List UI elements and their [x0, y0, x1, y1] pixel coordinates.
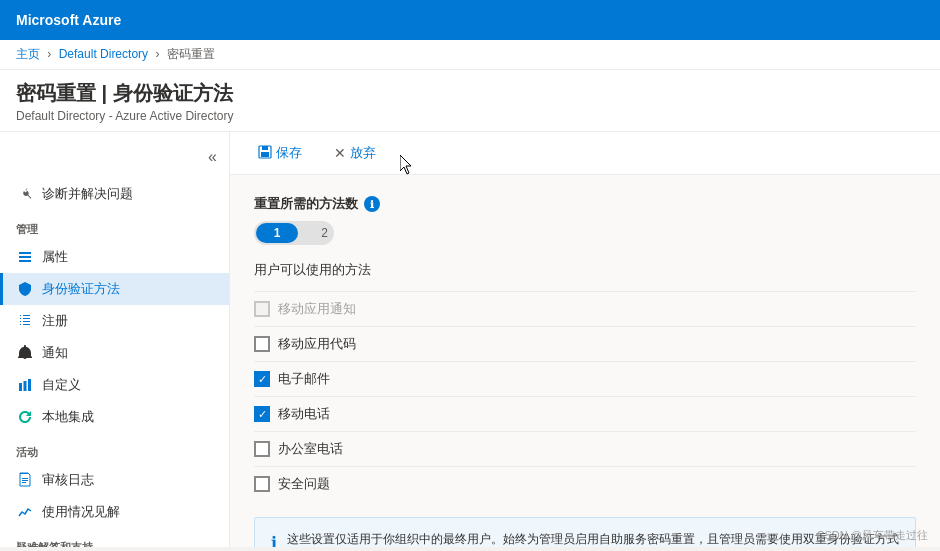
breadcrumb-home[interactable]: 主页 — [16, 47, 40, 61]
checkbox-mobile-app-notify: 移动应用通知 — [254, 291, 916, 326]
bars-icon — [16, 248, 34, 266]
manage-section-title: 管理 — [0, 210, 229, 241]
security-questions-label: 安全问题 — [278, 475, 330, 493]
activity-section-title: 活动 — [0, 433, 229, 464]
sidebar-item-notifications[interactable]: 通知 — [0, 337, 229, 369]
checkbox-mobile-app-notify-input[interactable] — [254, 301, 270, 317]
toggle-switch[interactable]: 1 2 — [254, 221, 334, 245]
wrench-icon — [16, 185, 34, 203]
watermark: CSDN @风车带走过往 — [817, 528, 928, 543]
save-icon — [258, 145, 272, 162]
breadcrumb: 主页 › Default Directory › 密码重置 — [0, 40, 940, 70]
support-section-title: 疑难解答和支持 — [0, 528, 229, 547]
diagnose-label: 诊断并解决问题 — [42, 185, 133, 203]
page-header: 密码重置 | 身份验证方法 Default Directory - Azure … — [0, 70, 940, 132]
app-title: Microsoft Azure — [16, 12, 121, 28]
checkbox-email: ✓ 电子邮件 — [254, 361, 916, 396]
page-subtitle: Default Directory - Azure Active Directo… — [16, 109, 924, 123]
registration-label: 注册 — [42, 312, 68, 330]
doc-icon — [16, 471, 34, 489]
notifications-label: 通知 — [42, 344, 68, 362]
toggle-row: 1 2 — [254, 221, 916, 245]
auth-methods-label: 身份验证方法 — [42, 280, 120, 298]
checkbox-mobile-phone-input[interactable]: ✓ — [254, 406, 270, 422]
checkbox-mobile-app-code-input[interactable] — [254, 336, 270, 352]
breadcrumb-current: 密码重置 — [167, 47, 215, 61]
discard-button[interactable]: ✕ 放弃 — [326, 140, 384, 166]
breadcrumb-directory[interactable]: Default Directory — [59, 47, 148, 61]
svg-rect-3 — [19, 383, 22, 391]
checkbox-mobile-app-code: 移动应用代码 — [254, 326, 916, 361]
sidebar: « 诊断并解决问题 管理 属性 — [0, 132, 230, 547]
checkbox-security-questions-input[interactable] — [254, 476, 270, 492]
discard-label: 放弃 — [350, 144, 376, 162]
mobile-app-code-label: 移动应用代码 — [278, 335, 356, 353]
main-layout: « 诊断并解决问题 管理 属性 — [0, 132, 940, 547]
sidebar-item-auth-methods[interactable]: 身份验证方法 — [0, 273, 229, 305]
info-banner-text: 这些设置仅适用于你组织中的最终用户。始终为管理员启用自助服务密码重置，且管理员需… — [287, 530, 899, 547]
svg-rect-4 — [24, 381, 27, 391]
checkbox-office-phone-input[interactable] — [254, 441, 270, 457]
sidebar-item-customize[interactable]: 自定义 — [0, 369, 229, 401]
svg-rect-9 — [22, 482, 26, 483]
shield-icon — [16, 280, 34, 298]
customize-label: 自定义 — [42, 376, 81, 394]
sidebar-item-usage[interactable]: 使用情况见解 — [0, 496, 229, 528]
checkbox-office-phone: 办公室电话 — [254, 431, 916, 466]
page-title: 密码重置 | 身份验证方法 — [16, 80, 924, 107]
top-bar: Microsoft Azure — [0, 0, 940, 40]
bell-icon — [16, 344, 34, 362]
user-methods-label: 用户可以使用的方法 — [254, 261, 916, 279]
mobile-app-notify-label: 移动应用通知 — [278, 300, 356, 318]
email-label: 电子邮件 — [278, 370, 330, 388]
sidebar-item-integration[interactable]: 本地集成 — [0, 401, 229, 433]
chart-icon — [16, 376, 34, 394]
methods-count-label: 重置所需的方法数 — [254, 195, 358, 213]
svg-rect-5 — [28, 379, 31, 391]
methods-count-info-icon[interactable]: ℹ — [364, 196, 380, 212]
sidebar-item-properties[interactable]: 属性 — [0, 241, 229, 273]
usage-chart-icon — [16, 503, 34, 521]
info-banner-icon: ℹ — [271, 531, 277, 547]
svg-rect-2 — [19, 260, 31, 262]
sidebar-item-audit-log[interactable]: 审核日志 — [0, 464, 229, 496]
mobile-phone-label: 移动电话 — [278, 405, 330, 423]
sync-icon — [16, 408, 34, 426]
collapse-button[interactable]: « — [204, 144, 221, 170]
sidebar-collapse: « — [0, 140, 229, 178]
svg-rect-13 — [261, 152, 269, 157]
toggle-thumb-1: 1 — [256, 223, 298, 243]
checkbox-security-questions: 安全问题 — [254, 466, 916, 501]
toolbar: 保存 ✕ 放弃 — [230, 132, 940, 175]
save-label: 保存 — [276, 144, 302, 162]
checkbox-email-input[interactable]: ✓ — [254, 371, 270, 387]
checkbox-mobile-phone: ✓ 移动电话 — [254, 396, 916, 431]
svg-rect-12 — [262, 146, 268, 150]
svg-rect-7 — [22, 478, 28, 479]
properties-label: 属性 — [42, 248, 68, 266]
svg-rect-1 — [19, 256, 31, 258]
close-icon: ✕ — [334, 145, 346, 161]
svg-rect-8 — [22, 480, 28, 481]
integration-label: 本地集成 — [42, 408, 94, 426]
list-icon — [16, 312, 34, 330]
toggle-label-2: 2 — [321, 226, 328, 240]
save-button[interactable]: 保存 — [250, 140, 310, 166]
audit-log-label: 审核日志 — [42, 471, 94, 489]
usage-label: 使用情况见解 — [42, 503, 120, 521]
content-area: 保存 ✕ 放弃 重置所需的方法数 ℹ 1 — [230, 132, 940, 547]
office-phone-label: 办公室电话 — [278, 440, 343, 458]
sidebar-item-diagnose[interactable]: 诊断并解决问题 — [0, 178, 229, 210]
form-content: 重置所需的方法数 ℹ 1 2 用户可以使用的方法 移动应用通 — [230, 175, 940, 547]
methods-count-section: 重置所需的方法数 ℹ — [254, 195, 916, 213]
sidebar-item-registration[interactable]: 注册 — [0, 305, 229, 337]
svg-rect-0 — [19, 252, 31, 254]
